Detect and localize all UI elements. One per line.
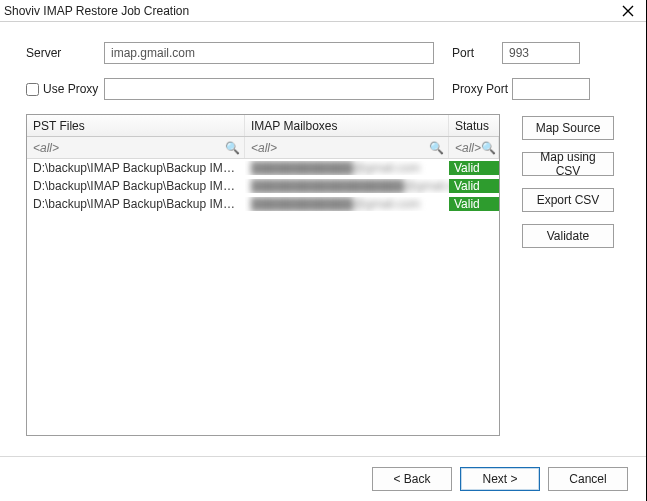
header-mbox[interactable]: IMAP Mailboxes [245,115,449,136]
window-title: Shoviv IMAP Restore Job Creation [4,4,189,18]
label-port: Port [452,46,502,60]
side-buttons: Map Source Map using CSV Export CSV Vali… [522,114,614,436]
status-badge: Valid [449,179,499,193]
header-pst[interactable]: PST Files [27,115,245,136]
use-proxy-checkbox[interactable]: Use Proxy [26,82,104,96]
validate-button[interactable]: Validate [522,224,614,248]
label-server: Server [26,46,104,60]
filter-pst-text: <all> [33,141,59,155]
grid-header: PST Files IMAP Mailboxes Status [27,115,499,137]
use-proxy-check[interactable] [26,83,39,96]
status-badge: Valid [449,197,499,211]
row-server: Server Port [26,42,620,64]
cell-mbox: ██████████████████@gmail.com [245,179,449,193]
search-icon[interactable]: 🔍 [429,141,444,155]
filter-status[interactable]: <all> 🔍 [449,137,499,158]
header-status[interactable]: Status [449,115,499,136]
next-button[interactable]: Next > [460,467,540,491]
mapping-grid: PST Files IMAP Mailboxes Status <all> 🔍 … [26,114,500,436]
grid-body: D:\backup\IMAP Backup\Backup IMAP ...███… [27,159,499,213]
cell-pst: D:\backup\IMAP Backup\Backup IMAP ... [27,179,245,193]
cell-status: Valid [449,179,499,193]
grid-filter-row: <all> 🔍 <all> 🔍 <all> 🔍 [27,137,499,159]
separator [0,456,646,457]
filter-status-text: <all> [455,141,481,155]
proxy-input[interactable] [104,78,434,100]
cell-status: Valid [449,161,499,175]
status-badge: Valid [449,161,499,175]
row-proxy: Use Proxy Proxy Port [26,78,620,100]
cell-pst: D:\backup\IMAP Backup\Backup IMAP ... [27,161,245,175]
cell-pst: D:\backup\IMAP Backup\Backup IMAP ... [27,197,245,211]
titlebar: Shoviv IMAP Restore Job Creation [0,0,646,22]
table-row[interactable]: D:\backup\IMAP Backup\Backup IMAP ...███… [27,195,499,213]
search-icon[interactable]: 🔍 [481,141,496,155]
server-input[interactable] [104,42,434,64]
search-icon[interactable]: 🔍 [225,141,240,155]
export-csv-button[interactable]: Export CSV [522,188,614,212]
cancel-button[interactable]: Cancel [548,467,628,491]
back-button[interactable]: < Back [372,467,452,491]
map-source-button[interactable]: Map Source [522,116,614,140]
cell-status: Valid [449,197,499,211]
filter-mbox-text: <all> [251,141,277,155]
content-area: Server Port Use Proxy Proxy Port PST Fil… [0,22,646,436]
table-row[interactable]: D:\backup\IMAP Backup\Backup IMAP ...███… [27,159,499,177]
port-input[interactable] [502,42,580,64]
proxy-port-input[interactable] [512,78,590,100]
label-proxy-port: Proxy Port [452,82,512,96]
close-icon[interactable] [616,0,640,22]
map-using-csv-button[interactable]: Map using CSV [522,152,614,176]
filter-mbox[interactable]: <all> 🔍 [245,137,449,158]
wizard-buttons: < Back Next > Cancel [372,467,628,491]
main-area: PST Files IMAP Mailboxes Status <all> 🔍 … [26,114,620,436]
table-row[interactable]: D:\backup\IMAP Backup\Backup IMAP ...███… [27,177,499,195]
cell-mbox: ████████████@gmail.com [245,161,449,175]
dialog-window: Shoviv IMAP Restore Job Creation Server … [0,0,647,501]
label-use-proxy: Use Proxy [43,82,98,96]
filter-pst[interactable]: <all> 🔍 [27,137,245,158]
cell-mbox: ████████████@gmail.com [245,197,449,211]
